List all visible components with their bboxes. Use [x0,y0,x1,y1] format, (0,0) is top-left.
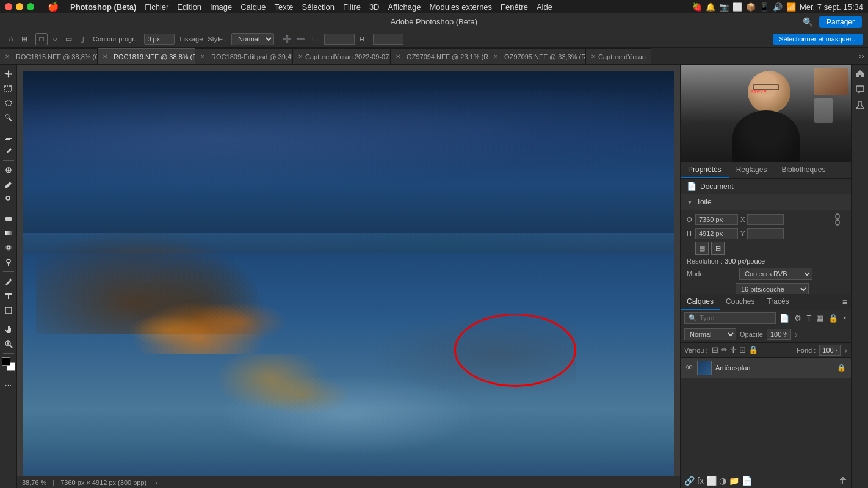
calques-mode-select[interactable]: Normal Multiply Screen [684,328,736,340]
brush-tool[interactable] [2,178,15,192]
minimize-btn[interactable] [16,3,23,10]
tab-2[interactable]: ✕ _ROC1809-Edit.psd @ 39,4%... [195,48,293,64]
hand-tool[interactable] [2,323,15,336]
menu-edition[interactable]: Edition [177,2,201,12]
single-row-icon[interactable]: ▭ [62,33,74,45]
menu-texte[interactable]: Texte [274,2,293,12]
shape-tool[interactable] [2,304,15,317]
tab-3[interactable]: ✕ Capture d'écran 2022-09-07 à 14.05.56.… [293,48,391,64]
x-val-input[interactable] [747,214,784,225]
opacity-more[interactable]: › [795,329,798,339]
gradient-tool[interactable] [2,226,15,240]
mode-select[interactable]: Couleurs RVB Niveaux de gris CMJN [739,268,812,280]
single-col-icon[interactable]: ▯ [76,33,88,45]
canvas-header[interactable]: ▼ Toile [681,194,851,210]
tab-couches[interactable]: Couches [720,294,761,310]
tab-0[interactable]: ✕ _ROC1815.NEF @ 38,8% (Co... [0,48,98,64]
fond-more[interactable]: › [844,345,847,355]
layer-eye-icon[interactable]: 👁 [685,363,693,372]
search-icon[interactable]: 🔍 [803,17,813,27]
tab-proprietes[interactable]: Propriétés [681,162,729,178]
eyedropper-tool[interactable] [2,145,15,158]
layer-arriere-plan[interactable]: 👁 Arrière-plan 🔒 [681,358,851,378]
menu-affichage[interactable]: Affichage [388,2,421,12]
menu-3d[interactable]: 3D [369,2,380,12]
menu-fichier[interactable]: Fichier [145,2,168,12]
mask-icon[interactable]: ⬜ [706,476,717,486]
add-to-selection-icon[interactable]: ➕ [281,33,294,45]
tabs-overflow-btn[interactable]: ›› [855,48,868,64]
opacity-input[interactable] [767,329,791,340]
menu-selection[interactable]: Sélection [302,2,335,12]
link-layers-icon[interactable]: 🔗 [684,476,695,486]
lock-move-icon[interactable]: ✛ [730,345,737,354]
folder-icon[interactable]: 📁 [729,476,739,486]
tab-6[interactable]: ✕ Capture d'écran [586,48,651,64]
menu-calque[interactable]: Calque [241,2,266,12]
blur-tool[interactable] [2,241,15,254]
canvas-area[interactable]: 38,76 % | 7360 px × 4912 px (300 ppp) › [17,65,680,488]
partager-button[interactable]: Partager [819,16,862,28]
quick-select-tool[interactable] [2,111,15,124]
calques-search-input[interactable] [700,314,724,321]
profile-icon-2[interactable]: ⊞ [711,242,725,255]
fond-input[interactable] [819,345,841,356]
menu-modules[interactable]: Modules externes [429,2,492,12]
tab-traces[interactable]: Tracés [761,294,795,310]
calques-filter-icon[interactable]: ▦ [815,313,825,323]
home-icon[interactable]: ⌂ [5,33,17,45]
lock-artboard-icon[interactable]: ⊡ [739,345,746,354]
height-input[interactable] [373,34,403,45]
style-select[interactable]: Normal Fixe Proportionnel [231,33,274,45]
lock-all-icon[interactable]: 🔒 [748,345,758,354]
subtract-selection-icon[interactable]: ➖ [295,33,307,45]
fx-icon[interactable]: fx [697,476,704,486]
color-swatches[interactable] [2,357,15,371]
bits-select[interactable]: 16 bits/couche 8 bits/couche 32 bits/cou… [736,283,809,294]
tab-calques[interactable]: Calques [681,294,720,310]
maximize-btn[interactable] [27,3,34,10]
contour-input[interactable] [144,34,175,45]
lock-pixel-icon[interactable]: ⊞ [712,345,718,354]
arrange-icon[interactable]: ⊞ [18,33,31,45]
calques-text-icon[interactable]: T [805,313,812,323]
menu-image[interactable]: Image [210,2,232,12]
canvas-width-input[interactable] [695,214,738,225]
sidebar-home-icon[interactable] [853,67,867,81]
pen-tool[interactable] [2,274,15,288]
more-tools-btn[interactable]: ··· [2,378,15,391]
nav-arrow[interactable]: › [155,479,157,486]
calques-dot-icon[interactable]: • [842,313,847,323]
crop-tool[interactable] [2,130,15,143]
eraser-tool[interactable] [2,212,15,225]
adj-icon[interactable]: ◑ [719,476,726,486]
calques-lock-icon[interactable]: 🔒 [827,313,839,323]
calques-adjust-icon[interactable]: ⚙ [793,313,803,323]
calques-new-icon[interactable]: 📄 [778,313,790,323]
ellipse-select-icon[interactable]: ○ [49,33,61,45]
menu-filtre[interactable]: Filtre [343,2,361,12]
width-input[interactable] [324,34,355,45]
healing-tool[interactable] [2,163,15,177]
rect-marquee-tool[interactable] [2,82,15,95]
link-icon[interactable] [833,214,842,226]
canvas-height-input[interactable] [695,228,738,239]
tab-4[interactable]: ✕ _OZ97094.NEF @ 23,1% (RV... [391,48,488,64]
new-layer-icon[interactable]: 📄 [742,476,752,486]
lasso-tool[interactable] [2,96,15,110]
text-tool[interactable] [2,289,15,303]
calques-more[interactable]: ≡ [842,294,851,310]
tab-5[interactable]: ✕ _OZ97095.NEF @ 33,3% (RV... [488,48,586,64]
rect-select-icon[interactable]: □ [35,33,48,45]
tab-reglages[interactable]: Réglages [729,162,775,178]
close-btn[interactable] [5,3,12,10]
delete-layer-icon[interactable]: 🗑 [839,476,847,486]
y-val-input[interactable] [747,228,784,239]
menu-fenetre[interactable]: Fenêtre [501,2,528,12]
lock-brush-icon[interactable]: ✏ [721,345,728,354]
clone-stamp-tool[interactable] [2,193,15,206]
tab-bibliotheques[interactable]: Bibliothèques [774,162,833,178]
profile-icon-1[interactable]: ▤ [695,242,709,255]
select-mask-button[interactable]: Sélectionner et masquer... [773,34,863,45]
sidebar-comment-icon[interactable] [853,83,867,96]
